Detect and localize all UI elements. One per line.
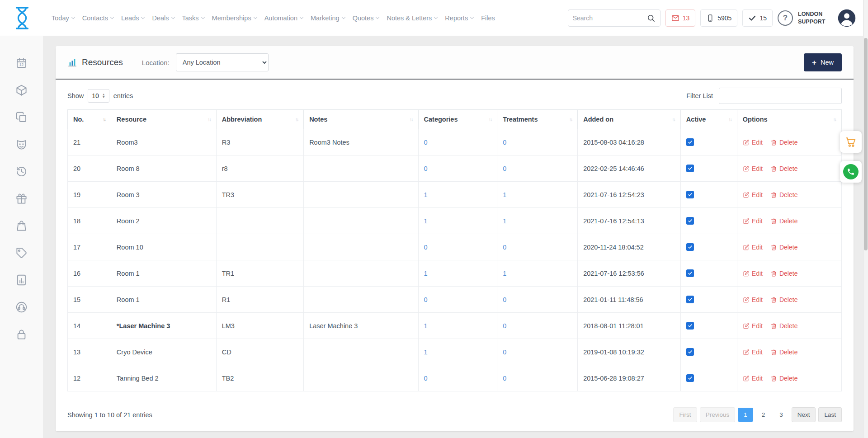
delete-button[interactable]: Delete [770,217,797,225]
treatments-count-link[interactable]: 1 [503,191,506,198]
nav-item-quotes[interactable]: Quotes [353,14,379,22]
treatments-count-link[interactable]: 0 [503,322,506,330]
active-checkbox[interactable] [686,217,694,225]
help-icon[interactable] [778,10,793,26]
sidebar-calendar-button[interactable]: 12 [15,57,28,69]
edit-button[interactable]: Edit [743,296,763,303]
sidebar-history-button[interactable] [15,165,28,178]
column-header-resource[interactable]: Resource↑↓ [111,110,216,129]
edit-button[interactable]: Edit [743,349,763,356]
sidebar-gift-button[interactable] [15,193,28,205]
treatments-count-link[interactable]: 0 [503,296,506,303]
column-header-no[interactable]: No.↑↓ [68,110,111,129]
avatar[interactable] [837,9,856,28]
categories-count-link[interactable]: 0 [424,165,428,172]
messages-badge[interactable]: 13 [665,9,696,27]
delete-button[interactable]: Delete [770,296,797,303]
categories-count-link[interactable]: 1 [424,191,428,198]
location-select[interactable]: Any Location [176,53,269,71]
categories-count-link[interactable]: 1 [424,270,428,277]
nav-item-files[interactable]: Files [481,14,495,22]
treatments-count-link[interactable]: 0 [503,375,506,382]
edit-button[interactable]: Edit [743,165,763,172]
nav-item-today[interactable]: Today [52,14,75,22]
edit-button[interactable]: Edit [743,375,763,382]
scrollbar[interactable] [863,0,868,438]
nav-item-deals[interactable]: Deals [152,14,174,22]
nav-item-automation[interactable]: Automation [264,14,303,22]
active-checkbox[interactable] [686,165,694,172]
delete-button[interactable]: Delete [770,349,797,356]
nav-item-marketing[interactable]: Marketing [311,14,345,22]
column-header-categories[interactable]: Categories↑↓ [418,110,497,129]
pagination-next[interactable]: Next [792,407,816,422]
calls-badge[interactable]: 5905 [700,9,737,27]
scrollbar-thumb[interactable] [864,38,868,250]
delete-button[interactable]: Delete [770,270,797,277]
nav-item-memberships[interactable]: Memberships [212,14,257,22]
nav-item-tasks[interactable]: Tasks [182,14,204,22]
categories-count-link[interactable]: 1 [424,217,428,225]
column-header-abbreviation[interactable]: Abbreviation↑↓ [216,110,303,129]
nav-item-reports[interactable]: Reports [445,14,473,22]
active-checkbox[interactable] [686,138,694,146]
search-icon[interactable] [646,14,656,23]
edit-button[interactable]: Edit [743,191,763,198]
categories-count-link[interactable]: 1 [424,322,428,330]
new-button[interactable]: New [804,53,842,71]
entries-select[interactable]: 10 ▲▼ [88,89,109,103]
treatments-count-link[interactable]: 0 [503,165,506,172]
categories-count-link[interactable]: 0 [424,139,428,146]
categories-count-link[interactable]: 1 [424,349,428,356]
categories-count-link[interactable]: 0 [424,296,428,303]
pagination-first[interactable]: First [673,407,697,422]
delete-button[interactable]: Delete [770,191,797,198]
sidebar-copy-button[interactable] [15,111,28,123]
nav-item-leads[interactable]: Leads [121,14,145,22]
active-checkbox[interactable] [686,269,694,277]
sidebar-tag-button[interactable] [15,247,28,259]
tasks-badge[interactable]: 15 [742,9,773,27]
delete-button[interactable]: Delete [770,165,797,172]
pagination-page-1[interactable]: 1 [738,408,753,422]
column-header-added-on[interactable]: Added on↑↓ [578,110,681,129]
delete-button[interactable]: Delete [770,375,797,382]
pagination-last[interactable]: Last [818,407,842,422]
active-checkbox[interactable] [686,243,694,251]
sidebar-mask-button[interactable] [15,138,28,151]
sidebar-support-button[interactable] [15,301,28,313]
treatments-count-link[interactable]: 0 [503,139,506,146]
nav-item-notes-letters[interactable]: Notes & Letters [387,14,437,22]
search-input[interactable] [573,14,646,22]
column-header-notes[interactable]: Notes↑↓ [304,110,418,129]
cart-button[interactable] [840,131,862,153]
treatments-count-link[interactable]: 1 [503,270,506,277]
app-logo[interactable] [12,6,33,30]
pagination-page-3[interactable]: 3 [774,408,789,422]
edit-button[interactable]: Edit [743,270,763,277]
column-header-treatments[interactable]: Treatments↑↓ [497,110,578,129]
pagination-previous[interactable]: Previous [700,407,736,422]
column-header-active[interactable]: Active↑↓ [680,110,737,129]
sidebar-package-button[interactable] [15,84,28,96]
edit-button[interactable]: Edit [743,139,763,146]
active-checkbox[interactable] [686,296,694,303]
edit-button[interactable]: Edit [743,322,763,330]
active-checkbox[interactable] [686,191,694,198]
column-header-options[interactable]: Options↑↓ [737,110,841,129]
sidebar-shopping-bag-button[interactable] [15,220,28,232]
nav-item-contacts[interactable]: Contacts [82,14,113,22]
delete-button[interactable]: Delete [770,322,797,330]
active-checkbox[interactable] [686,348,694,356]
edit-button[interactable]: Edit [743,244,763,251]
treatments-count-link[interactable]: 1 [503,217,506,225]
edit-button[interactable]: Edit [743,217,763,225]
categories-count-link[interactable]: 0 [424,375,428,382]
treatments-count-link[interactable]: 0 [503,349,506,356]
active-checkbox[interactable] [686,322,694,330]
sidebar-lock-button[interactable] [15,328,28,340]
treatments-count-link[interactable]: 0 [503,244,506,251]
pagination-page-2[interactable]: 2 [756,408,771,422]
delete-button[interactable]: Delete [770,139,797,146]
delete-button[interactable]: Delete [770,244,797,251]
